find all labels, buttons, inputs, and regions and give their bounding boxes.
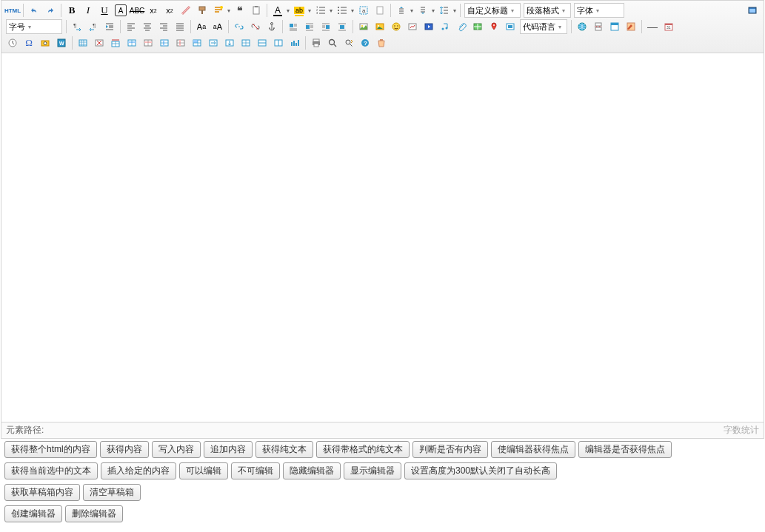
action-button[interactable]: 插入给定的内容 bbox=[101, 462, 176, 479]
action-button[interactable]: 编辑器是否获得焦点 bbox=[578, 441, 672, 458]
webapp-button[interactable] bbox=[575, 19, 589, 34]
justifyright-button[interactable] bbox=[156, 19, 171, 34]
pagebreak-button[interactable] bbox=[591, 19, 606, 34]
action-button[interactable]: 删除编辑器 bbox=[65, 505, 123, 522]
directionalityltr-button[interactable]: ¶ bbox=[70, 19, 84, 34]
drafts-button[interactable] bbox=[374, 36, 389, 50]
action-button[interactable]: 判断是否有内容 bbox=[412, 441, 488, 458]
paragraph-combo[interactable]: 段落格式▾ bbox=[524, 3, 571, 18]
gmap-button[interactable] bbox=[487, 19, 501, 34]
fontfamily-combo[interactable]: 字体▾ bbox=[574, 3, 624, 18]
dropdown-arrow[interactable]: ▾ bbox=[409, 3, 415, 18]
dropdown-arrow[interactable]: ▾ bbox=[285, 3, 291, 18]
fullscreen-button[interactable] bbox=[745, 3, 760, 18]
selectall-button[interactable]: a bbox=[356, 3, 371, 18]
justifycenter-button[interactable] bbox=[140, 19, 155, 34]
scrawl-button[interactable] bbox=[405, 19, 420, 34]
insertunorderedlist-button[interactable] bbox=[335, 3, 350, 18]
action-button[interactable]: 获得带格式的纯文本 bbox=[316, 441, 410, 458]
blockquote-button[interactable]: ❝ bbox=[233, 3, 247, 18]
searchreplace-button[interactable] bbox=[341, 36, 356, 50]
action-button[interactable]: 可以编辑 bbox=[179, 462, 228, 479]
removeformat-button[interactable] bbox=[178, 3, 193, 18]
action-button[interactable]: 清空草稿箱 bbox=[83, 484, 141, 501]
lineheight-button[interactable] bbox=[437, 3, 452, 18]
action-button[interactable]: 获得内容 bbox=[100, 441, 149, 458]
simpleupload-button[interactable] bbox=[356, 19, 371, 34]
insertframe-button[interactable] bbox=[503, 19, 518, 34]
template-button[interactable] bbox=[607, 19, 622, 34]
redo-button[interactable] bbox=[43, 3, 58, 18]
insertvideo-button[interactable] bbox=[421, 19, 436, 34]
subscript-button[interactable]: x2 bbox=[162, 3, 177, 18]
imagenone-button[interactable] bbox=[286, 19, 301, 34]
bold-button[interactable]: B bbox=[64, 3, 79, 18]
action-button[interactable]: 显示编辑器 bbox=[344, 462, 401, 479]
rowspacingtop-button[interactable] bbox=[394, 3, 409, 18]
splittocols-button[interactable] bbox=[271, 36, 286, 50]
tolowercase-button[interactable]: aA bbox=[210, 19, 225, 34]
dropdown-arrow[interactable]: ▾ bbox=[430, 3, 436, 18]
dropdown-arrow[interactable]: ▾ bbox=[328, 3, 334, 18]
splittocells-button[interactable] bbox=[238, 36, 253, 50]
autotypeset-button[interactable] bbox=[211, 3, 226, 18]
mergeright-button[interactable] bbox=[206, 36, 221, 50]
inserttable-button[interactable] bbox=[76, 36, 90, 50]
cleardoc-button[interactable] bbox=[373, 3, 387, 18]
pasteplain-button[interactable] bbox=[249, 3, 264, 18]
attachment-button[interactable] bbox=[454, 19, 469, 34]
action-button[interactable]: 不可编辑 bbox=[231, 462, 280, 479]
dropdown-arrow[interactable]: ▾ bbox=[452, 3, 458, 18]
justifyjustify-button[interactable] bbox=[173, 19, 187, 34]
insertcode-combo[interactable]: 代码语言▾ bbox=[520, 19, 567, 34]
italic-button[interactable]: I bbox=[81, 3, 96, 18]
splittorows-button[interactable] bbox=[255, 36, 270, 50]
editor-content-area[interactable] bbox=[1, 53, 764, 422]
background-button[interactable] bbox=[624, 19, 638, 34]
dropdown-arrow[interactable]: ▾ bbox=[350, 3, 355, 18]
link-button[interactable] bbox=[232, 19, 247, 34]
customstyle-combo[interactable]: 自定义标题▾ bbox=[464, 3, 521, 18]
map-button[interactable] bbox=[470, 19, 485, 34]
action-button[interactable]: 创建编辑器 bbox=[4, 505, 62, 522]
rowspacingbottom-button[interactable] bbox=[415, 3, 430, 18]
insertparagraphbeforetable-button[interactable] bbox=[108, 36, 123, 50]
action-button[interactable]: 使编辑器获得焦点 bbox=[491, 441, 575, 458]
deletecol-button[interactable] bbox=[173, 36, 188, 50]
backcolor-button[interactable]: ab bbox=[292, 3, 307, 18]
emotion-button[interactable] bbox=[389, 19, 404, 34]
action-button[interactable]: 隐藏编辑器 bbox=[283, 462, 341, 479]
fontsize-combo[interactable]: 字号▾ bbox=[6, 19, 62, 34]
superscript-button[interactable]: x2 bbox=[146, 3, 161, 18]
insertrow-button[interactable] bbox=[124, 36, 139, 50]
insertorderedlist-button[interactable]: 123 bbox=[313, 3, 328, 18]
insertimage-button[interactable] bbox=[373, 19, 387, 34]
strikethrough-button[interactable]: ABC bbox=[130, 3, 144, 18]
action-button[interactable]: 获取草稿箱内容 bbox=[4, 484, 80, 501]
insertcol-button[interactable] bbox=[157, 36, 172, 50]
help-button[interactable]: ? bbox=[358, 36, 373, 50]
forecolor-button[interactable]: A bbox=[270, 3, 285, 18]
dropdown-arrow[interactable]: ▾ bbox=[226, 3, 232, 18]
time-button[interactable] bbox=[5, 36, 20, 50]
justifyleft-button[interactable] bbox=[124, 19, 138, 34]
dropdown-arrow[interactable]: ▾ bbox=[307, 3, 313, 18]
charts-button[interactable] bbox=[287, 36, 302, 50]
action-button[interactable]: 设置高度为300默认关闭了自动长高 bbox=[404, 462, 557, 479]
action-button[interactable]: 获得当前选中的文本 bbox=[4, 462, 98, 479]
unlink-button[interactable] bbox=[248, 19, 263, 34]
imagecenter-button[interactable] bbox=[335, 19, 350, 34]
directionalityrtl-button[interactable]: ¶ bbox=[86, 19, 101, 34]
fontborder-button[interactable]: A bbox=[115, 4, 127, 16]
music-button[interactable] bbox=[438, 19, 452, 34]
touppercase-button[interactable]: Aa bbox=[194, 19, 209, 34]
anchor-button[interactable] bbox=[264, 19, 279, 34]
action-button[interactable]: 获得纯文本 bbox=[255, 441, 313, 458]
action-button[interactable]: 追加内容 bbox=[204, 441, 253, 458]
deleterow-button[interactable] bbox=[141, 36, 156, 50]
action-button[interactable]: 写入内容 bbox=[152, 441, 201, 458]
formatmatch-button[interactable] bbox=[195, 3, 210, 18]
horizontal-button[interactable]: — bbox=[645, 19, 660, 34]
imageright-button[interactable] bbox=[318, 19, 333, 34]
undo-button[interactable] bbox=[27, 3, 41, 18]
